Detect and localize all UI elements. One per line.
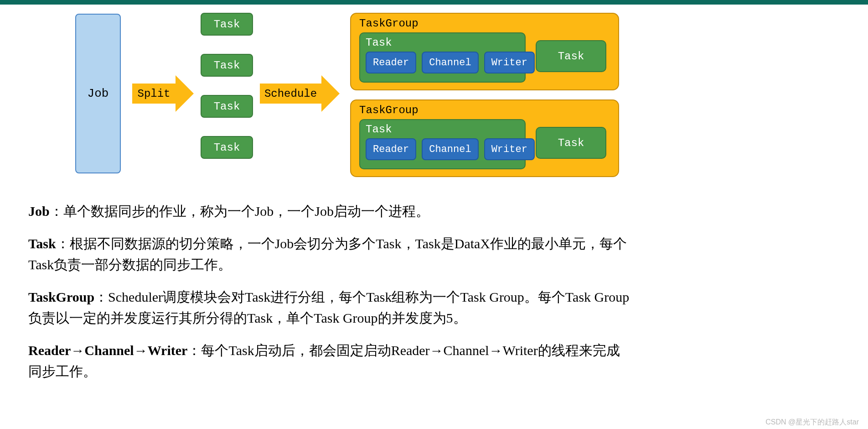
job-label: Job xyxy=(88,87,109,100)
description-block: Job：单个数据同步的作业，称为一个Job，一个Job启动一个进程。 Task：… xyxy=(28,201,630,393)
schedule-arrow-label: Schedule xyxy=(260,84,321,104)
desc-task-text: ：根据不同数据源的切分策略，一个Job会切分为多个Task，Task是DataX… xyxy=(28,236,627,272)
taskgroup-column: TaskGroup Task Reader Channel Writer Tas… xyxy=(350,13,619,177)
desc-taskgroup: TaskGroup：Scheduler调度模块会对Task进行分组，每个Task… xyxy=(28,287,630,329)
task-box: Task xyxy=(201,136,253,159)
desc-job: Job：单个数据同步的作业，称为一个Job，一个Job启动一个进程。 xyxy=(28,201,630,222)
writer-box: Writer xyxy=(484,52,535,73)
task-column: Task Task Task Task xyxy=(201,13,253,159)
task-expanded: Task Reader Channel Writer xyxy=(359,119,526,169)
task-box: Task xyxy=(201,54,253,77)
task-pipeline: Reader Channel Writer xyxy=(366,52,519,73)
top-bar xyxy=(0,0,868,5)
writer-box: Writer xyxy=(484,138,535,160)
desc-rcw: Reader→Channel→Writer：每个Task启动后，都会固定启动Re… xyxy=(28,340,630,382)
desc-task-bold: Task xyxy=(28,236,56,251)
arrow-head-icon xyxy=(321,75,340,112)
desc-task: Task：根据不同数据源的切分策略，一个Job会切分为多个Task，Task是D… xyxy=(28,233,630,276)
taskgroup-title: TaskGroup xyxy=(359,17,610,30)
task-expanded-title: Task xyxy=(366,37,519,49)
reader-box: Reader xyxy=(366,138,416,160)
taskgroup-title: TaskGroup xyxy=(359,104,610,116)
reader-box: Reader xyxy=(366,52,416,73)
desc-job-bold: Job xyxy=(28,204,50,219)
split-arrow-label: Split xyxy=(132,84,176,104)
task-expanded-title: Task xyxy=(366,123,519,136)
channel-box: Channel xyxy=(422,52,478,73)
taskgroup-box: TaskGroup Task Reader Channel Writer Tas… xyxy=(350,13,619,90)
diagram-area: Job Split Task Task Task Task Schedule T… xyxy=(0,5,868,201)
split-arrow: Split xyxy=(132,75,194,112)
job-box: Job xyxy=(75,14,121,173)
desc-rcw-bold: Reader→Channel→Writer xyxy=(28,343,187,358)
task-box: Task xyxy=(201,13,253,36)
task-pipeline: Reader Channel Writer xyxy=(366,138,519,160)
channel-box: Channel xyxy=(422,138,478,160)
desc-taskgroup-text: ：Scheduler调度模块会对Task进行分组，每个Task组称为一个Task… xyxy=(28,289,629,326)
task-box: Task xyxy=(201,95,253,118)
task-expanded: Task Reader Channel Writer xyxy=(359,32,526,83)
arrow-head-icon xyxy=(176,75,194,112)
desc-taskgroup-bold: TaskGroup xyxy=(28,289,94,304)
desc-job-text: ：单个数据同步的作业，称为一个Job，一个Job启动一个进程。 xyxy=(50,204,429,219)
task-simple: Task xyxy=(536,127,606,159)
watermark: CSDN @星光下的赶路人star xyxy=(765,418,859,427)
schedule-arrow: Schedule xyxy=(260,75,340,112)
task-simple: Task xyxy=(536,40,606,72)
taskgroup-inner: Task Reader Channel Writer Task xyxy=(359,119,610,169)
taskgroup-box: TaskGroup Task Reader Channel Writer Tas… xyxy=(350,99,619,177)
taskgroup-inner: Task Reader Channel Writer Task xyxy=(359,32,610,83)
